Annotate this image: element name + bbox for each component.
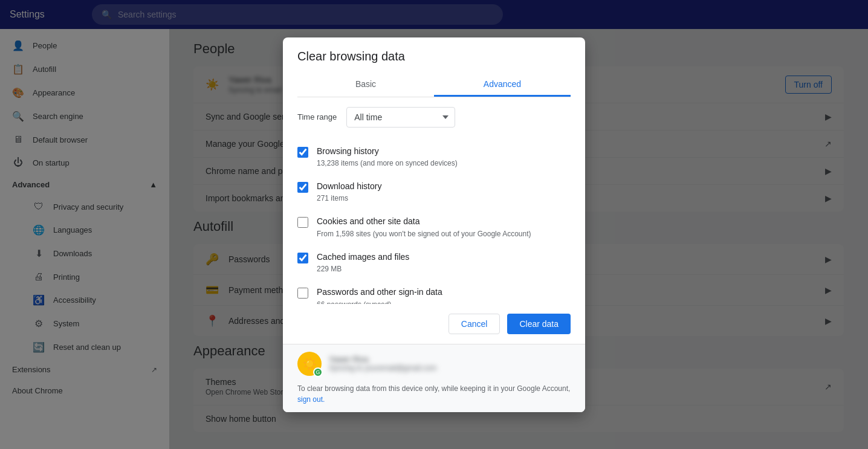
dialog-profile-email: Syncing to youremail@gmail.com xyxy=(329,364,436,372)
cached-label: Cached images and files xyxy=(317,251,571,263)
profile-info: Yawer Riva Syncing to youremail@gmail.co… xyxy=(329,355,436,372)
time-range-select[interactable]: All time Last hour Last 24 hours Last 7 … xyxy=(346,107,455,128)
dialog-header: Clear browsing data Basic Advanced xyxy=(283,37,585,97)
checkbox-cookies-text: Cookies and other site data From 1,598 s… xyxy=(317,216,571,239)
checkbox-cookies: Cookies and other site data From 1,598 s… xyxy=(297,210,571,245)
checkbox-passwords: Passwords and other sign-in data 66 pass… xyxy=(297,280,571,303)
clear-browsing-dialog: Clear browsing data Basic Advanced Time … xyxy=(283,37,585,412)
dialog-actions: Cancel Clear data xyxy=(283,304,585,344)
tab-basic[interactable]: Basic xyxy=(297,73,434,97)
checkbox-passwords-input[interactable] xyxy=(297,288,308,299)
checkbox-download-history: Download history 271 items xyxy=(297,175,571,210)
sign-out-text-content: To clear browsing data from this device … xyxy=(297,384,570,393)
time-range-label: Time range xyxy=(297,112,337,121)
checkbox-browsing-history-text: Browsing history 13,238 items (and more … xyxy=(317,146,571,169)
dialog-tabs: Basic Advanced xyxy=(297,73,571,97)
browsing-history-label: Browsing history xyxy=(317,146,571,158)
cookies-label: Cookies and other site data xyxy=(317,216,571,228)
checkbox-download-history-text: Download history 271 items xyxy=(317,181,571,204)
cancel-button[interactable]: Cancel xyxy=(449,314,500,334)
passwords-signin-label: Passwords and other sign-in data xyxy=(317,286,571,299)
download-history-desc: 271 items xyxy=(317,193,571,204)
checkbox-browsing-history-input[interactable] xyxy=(297,147,308,158)
checkbox-cookies-input[interactable] xyxy=(297,217,308,228)
download-history-label: Download history xyxy=(317,181,571,193)
dialog-title: Clear browsing data xyxy=(297,50,571,63)
dialog-overlay[interactable]: Clear browsing data Basic Advanced Time … xyxy=(0,0,868,449)
clear-data-button[interactable]: Clear data xyxy=(507,314,571,334)
tab-advanced[interactable]: Advanced xyxy=(434,73,571,97)
dialog-footer: ☀️ G Yawer Riva Syncing to youremail@gma… xyxy=(283,344,585,412)
sign-out-message: To clear browsing data from this device … xyxy=(297,383,571,405)
dialog-profile-name: Yawer Riva xyxy=(329,355,436,364)
cached-desc: 229 MB xyxy=(317,264,571,274)
dialog-profile-avatar: ☀️ G xyxy=(297,352,322,376)
sign-out-link[interactable]: sign out. xyxy=(297,395,325,404)
checkbox-browsing-history: Browsing history 13,238 items (and more … xyxy=(297,140,571,175)
checkbox-passwords-text: Passwords and other sign-in data 66 pass… xyxy=(317,286,571,303)
checkbox-cached: Cached images and files 229 MB xyxy=(297,245,571,280)
cookies-desc: From 1,598 sites (you won't be signed ou… xyxy=(317,229,571,239)
time-range-row: Time range All time Last hour Last 24 ho… xyxy=(297,107,571,128)
checkbox-download-history-input[interactable] xyxy=(297,182,308,193)
dialog-profile-row: ☀️ G Yawer Riva Syncing to youremail@gma… xyxy=(297,352,571,376)
profile-sync-badge: G xyxy=(313,367,323,377)
checkbox-cached-text: Cached images and files 229 MB xyxy=(317,251,571,274)
checkbox-cached-input[interactable] xyxy=(297,253,308,263)
dialog-body: Time range All time Last hour Last 24 ho… xyxy=(283,97,585,304)
passwords-signin-desc: 66 passwords (synced) xyxy=(317,300,571,304)
browsing-history-desc: 13,238 items (and more on synced devices… xyxy=(317,158,571,169)
